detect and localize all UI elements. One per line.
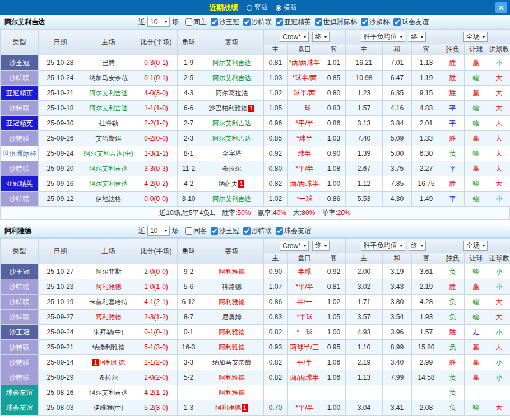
handicap-cell: *两/两球半 [288, 55, 322, 71]
league-cell: 沙特联 [1, 161, 39, 176]
chevron-down-icon [400, 36, 403, 38]
filter-checkbox[interactable] [211, 227, 218, 235]
home-odds-cell: 0.82 [264, 325, 288, 340]
avg-draw-cell: 6.35 [383, 86, 412, 101]
filter-球会友谊[interactable]: 球会友谊 [276, 226, 311, 236]
filter-checkbox[interactable] [185, 18, 192, 26]
scope-select[interactable]: 全场 [463, 32, 488, 42]
layout-option-竖版[interactable]: 竖版 [247, 3, 268, 12]
away-team-cell: 阿尔艾利吉达 [200, 71, 264, 86]
matches-table: 类型 日期 主场 比分(半场) 角球 客场 Crow* 终 胜平负均值 [0, 29, 510, 207]
team-link: 杜海勒 [99, 120, 118, 127]
filter-亚冠精英[interactable]: 亚冠精英 [276, 17, 311, 27]
col-result: 胜负 [441, 44, 465, 55]
filter-row: 近 10 场 同客沙王冠沙特联球会友谊 [138, 226, 311, 236]
filter-沙特联[interactable]: 沙特联 [243, 226, 272, 236]
bookmaker-select[interactable]: Crow* [280, 32, 309, 42]
avg-time-select[interactable]: 终 [409, 241, 426, 251]
team-link: 阿尔菲斯 [96, 268, 122, 275]
filter-checkbox[interactable] [393, 18, 401, 26]
col-corner: 角球 [178, 30, 200, 55]
matches-body: 沙王冠 25-10-27 阿尔菲斯 2-0(0-0) 9-2 阿利雅德 0.90… [1, 264, 510, 416]
handicap-result-cell: 輸 [465, 264, 488, 279]
date-cell: 25-08-03 [39, 400, 82, 416]
filter-世俱洲际杯[interactable]: 世俱洲际杯 [315, 17, 357, 27]
away-team-cell: 尼奥姆 [200, 310, 264, 325]
handicap-cell: *平/半 [288, 279, 322, 295]
avg-type-select[interactable]: 胜平负均值 [361, 241, 405, 251]
goals-result-cell: 大 [488, 131, 510, 146]
filter-同客[interactable]: 同客 [185, 226, 207, 236]
filter-沙王冠[interactable]: 沙王冠 [211, 17, 239, 27]
handicap-result-cell: 輸 [465, 146, 488, 161]
col-avg-away: 客 [412, 253, 441, 264]
handicap-cell: 平/半 [288, 355, 322, 370]
scope-select-group: 全场 [441, 239, 510, 253]
home-team-cell: 阿利雅德 [82, 310, 135, 325]
corners-cell: 8-1 [178, 146, 200, 161]
avg-home-cell: 16.21 [346, 55, 383, 71]
team-link: 纳萨夫 [219, 180, 238, 187]
chevron-down-icon [164, 21, 168, 23]
chevron-down-icon [400, 245, 403, 247]
score-cell: 2-3(1-2) [135, 310, 178, 325]
odds-time-select[interactable]: 终 [312, 241, 330, 251]
corners-cell: 9-2 [178, 264, 200, 279]
col-avg-draw: 和 [383, 44, 412, 55]
avg-away-cell: 1.33 [412, 131, 441, 146]
filter-checkbox[interactable] [276, 227, 283, 235]
bookmaker-select[interactable]: Crow* [280, 241, 309, 251]
avg-away-cell: 2.01 [412, 116, 441, 131]
avg-home-cell: 1.12 [346, 176, 383, 192]
filter-checkbox[interactable] [315, 18, 322, 26]
avg-draw-cell: 3.41 [383, 400, 412, 416]
col-away: 客场 [200, 30, 264, 55]
away-team-cell: 阿利雅德1 [200, 400, 264, 416]
close-button[interactable]: ✕ [495, 2, 507, 13]
filter-checkbox[interactable] [361, 18, 368, 26]
match-count-select[interactable]: 10 [147, 17, 170, 27]
filter-沙特联[interactable]: 沙特联 [243, 17, 272, 27]
avg-draw-cell: 4.30 [383, 192, 412, 207]
home-odds-cell: 0.82 [264, 176, 288, 192]
avg-draw-cell: 3.80 [383, 295, 412, 310]
filter-沙王冠[interactable]: 沙王冠 [211, 226, 239, 236]
filter-checkbox[interactable] [243, 18, 251, 26]
home-team-cell: 艾哈斯姆 [82, 131, 135, 146]
corners-cell: 2-5 [178, 71, 200, 86]
scope-select[interactable]: 全场 [463, 241, 488, 251]
team-link: 沙巴柏利雅德 [209, 105, 248, 111]
away-odds-cell: 1.01 [322, 55, 346, 71]
section-header: 阿利雅德 近 10 场 同客沙王冠沙特联球会友谊 [0, 224, 510, 238]
filter-checkbox[interactable] [243, 227, 251, 235]
home-team-cell: 阿尔艾利吉达 [82, 161, 135, 176]
date-cell: 25-10-28 [39, 55, 82, 71]
avg-select-group: 胜平负均值 终 [346, 30, 441, 44]
col-score: 比分(半场) [135, 239, 178, 264]
date-cell: 25-09-16 [39, 176, 82, 192]
col-score: 比分(半场) [135, 30, 178, 55]
away-odds-cell: 1.02 [322, 295, 346, 310]
match-count-select[interactable]: 10 [147, 226, 170, 236]
corners-cell: 5-6 [178, 279, 200, 295]
result-cell: 胜 [441, 279, 465, 295]
filter-球会友谊[interactable]: 球会友谊 [393, 17, 429, 27]
filter-checkbox[interactable] [211, 18, 218, 26]
league-cell: 沙特联 [1, 71, 39, 86]
filter-沙超杯[interactable]: 沙超杯 [361, 17, 390, 27]
red-card-badge: 1 [92, 359, 99, 366]
corners-cell: 2-7 [178, 116, 200, 131]
away-team-cell: 纳加马安荼哉 [200, 355, 264, 370]
handicap-result-cell: 赢 [465, 370, 488, 385]
red-card-badge: 1 [248, 105, 254, 112]
layout-option-横版[interactable]: 横版 [276, 3, 297, 12]
avg-time-select[interactable]: 终 [409, 32, 426, 42]
avg-type-select[interactable]: 胜平负均值 [361, 32, 405, 42]
odds-time-select[interactable]: 终 [312, 32, 330, 42]
filter-checkbox[interactable] [185, 227, 192, 235]
corners-cell: 5-2 [178, 370, 200, 385]
avg-home-cell: 3.02 [346, 279, 383, 295]
league-cell: 沙特联 [1, 295, 39, 310]
filter-同主[interactable]: 同主 [185, 17, 207, 27]
filter-checkbox[interactable] [276, 18, 283, 26]
